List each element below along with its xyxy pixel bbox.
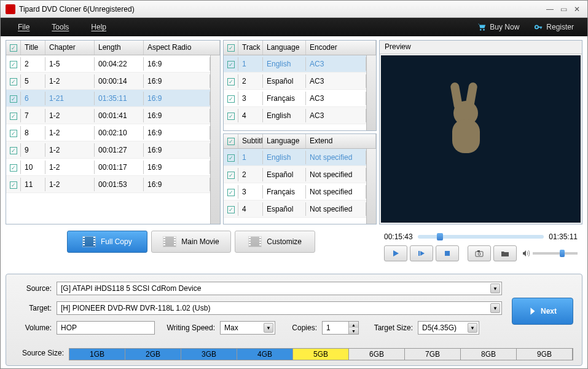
col-extend[interactable]: Extend (306, 134, 376, 148)
tracks-select-all-checkbox[interactable]: ✓ (227, 44, 235, 52)
target-size-select[interactable]: D5(4.35G) ▼ (418, 321, 479, 335)
seek-slider[interactable] (418, 235, 544, 239)
preview-video[interactable] (381, 55, 581, 223)
copies-spinner[interactable]: 1 ▲▼ (322, 321, 359, 335)
cell: Español (263, 168, 306, 181)
table-row[interactable]: ✓2EspañolAC3 (224, 73, 366, 90)
open-folder-button[interactable] (493, 245, 517, 261)
cell: Not specified (306, 185, 366, 199)
cell: 00:01:53 (95, 178, 144, 191)
col-aspect[interactable]: Aspect Radio (144, 41, 220, 55)
register-button[interactable]: Register (527, 23, 581, 31)
row-checkbox[interactable]: ✓ (227, 61, 235, 68)
row-checkbox[interactable]: ✓ (227, 78, 235, 85)
cell: 1-5 (45, 57, 95, 71)
cell: 4 (238, 202, 263, 216)
row-checkbox[interactable]: ✓ (227, 206, 235, 213)
menu-file[interactable]: File (7, 23, 41, 31)
source-size-label: Source Size: (15, 349, 64, 357)
col-track[interactable]: Track (238, 41, 263, 55)
spin-down-icon[interactable]: ▼ (349, 328, 358, 334)
source-select[interactable]: [G] ATAPI iHDS118 5 SCSI CdRom Device ▼ (57, 282, 502, 295)
table-row[interactable]: ✓101-200:01:1716:9 (6, 159, 210, 176)
subtitles-scrollbar[interactable] (366, 149, 376, 224)
film-icon (82, 236, 96, 247)
row-checkbox[interactable]: ✓ (10, 164, 17, 172)
row-checkbox[interactable]: ✓ (10, 95, 17, 103)
tracks-scrollbar[interactable] (366, 55, 376, 130)
table-row[interactable]: ✓3FrançaisNot specified (224, 183, 366, 200)
volume-slider[interactable] (533, 252, 578, 255)
row-checkbox[interactable]: ✓ (10, 130, 17, 137)
table-row[interactable]: ✓71-200:01:4116:9 (6, 107, 210, 124)
table-row[interactable]: ✓81-200:02:1016:9 (6, 124, 210, 141)
col-subtitle[interactable]: Subtitle (238, 134, 263, 148)
svg-point-0 (480, 29, 482, 31)
row-checkbox[interactable]: ✓ (227, 113, 235, 120)
target-select[interactable]: [H] PIONEER DVD-RW DVR-118L 1.02 (Usb) ▼ (57, 301, 502, 315)
col-subtitle-language[interactable]: Language (263, 134, 306, 148)
col-track-language[interactable]: Language (263, 41, 306, 55)
row-checkbox[interactable]: ✓ (10, 78, 17, 85)
copies-value: 1 (323, 322, 348, 334)
step-button[interactable] (410, 245, 433, 261)
row-checkbox[interactable]: ✓ (10, 147, 17, 154)
cell: 16:9 (144, 161, 210, 174)
cell: 2 (238, 74, 263, 88)
writing-speed-select[interactable]: Max ▼ (220, 321, 275, 335)
cell: 10 (21, 161, 45, 174)
mode-full-copy-label: Full Copy (101, 237, 132, 246)
mode-customize[interactable]: Customize (235, 231, 315, 253)
menu-tools[interactable]: Tools (41, 23, 80, 31)
next-button[interactable]: Next (512, 298, 573, 325)
table-row[interactable]: ✓111-200:01:5316:9 (6, 176, 210, 193)
table-row[interactable]: ✓21-500:04:2216:9 (6, 55, 210, 73)
row-checkbox[interactable]: ✓ (10, 113, 17, 120)
col-encoder[interactable]: Encoder (306, 41, 376, 55)
row-checkbox[interactable]: ✓ (227, 95, 235, 103)
maximize-button[interactable]: ▭ (558, 4, 569, 14)
spin-up-icon[interactable]: ▲ (349, 322, 358, 328)
mode-main-movie[interactable]: Main Movie (151, 231, 232, 253)
subtitles-select-all-checkbox[interactable]: ✓ (227, 138, 235, 145)
row-checkbox[interactable]: ✓ (227, 154, 235, 162)
col-length[interactable]: Length (95, 41, 144, 55)
snapshot-button[interactable] (468, 245, 491, 261)
table-row[interactable]: ✓2EspañolNot specified (224, 166, 366, 183)
table-row[interactable]: ✓1EnglishAC3 (224, 55, 366, 73)
select-all-checkbox[interactable]: ✓ (10, 44, 17, 52)
row-checkbox[interactable]: ✓ (227, 189, 235, 196)
cell: English (263, 109, 306, 122)
table-row[interactable]: ✓3FrançaisAC3 (224, 90, 366, 107)
volume-input[interactable]: HOP (57, 321, 155, 335)
row-checkbox[interactable]: ✓ (10, 181, 17, 189)
table-row[interactable]: ✓61-2101:35:1116:9 (6, 90, 210, 107)
close-button[interactable]: ✕ (571, 4, 582, 14)
table-row[interactable]: ✓4EspañolNot specified (224, 200, 366, 218)
svg-rect-5 (476, 252, 483, 256)
row-checkbox[interactable]: ✓ (10, 61, 17, 68)
table-row[interactable]: ✓51-200:00:1416:9 (6, 73, 210, 90)
col-title[interactable]: Title (21, 41, 45, 55)
mode-full-copy[interactable]: Full Copy (67, 231, 147, 253)
col-chapter[interactable]: Chapter (45, 41, 95, 55)
minimize-button[interactable]: — (544, 4, 555, 14)
cell: 1-2 (45, 178, 95, 191)
table-row[interactable]: ✓91-200:01:2716:9 (6, 141, 210, 159)
titles-scrollbar[interactable] (210, 55, 220, 224)
cell: 5 (21, 74, 45, 88)
writing-speed-value: Max (224, 323, 238, 332)
titlebar: Tipard DVD Cloner 6(Unregistered) — ▭ ✕ (1, 1, 587, 18)
cell: 1-2 (45, 109, 95, 122)
row-checkbox[interactable]: ✓ (227, 172, 235, 179)
play-button[interactable] (384, 245, 407, 261)
preview-panel: Preview (379, 40, 582, 224)
buy-now-button[interactable]: Buy Now (470, 23, 527, 31)
table-row[interactable]: ✓4EnglishAC3 (224, 107, 366, 124)
stop-button[interactable] (436, 245, 459, 261)
table-row[interactable]: ✓1EnglishNot specified (224, 149, 366, 166)
cell: AC3 (306, 92, 366, 105)
menu-help[interactable]: Help (80, 23, 117, 31)
cell: Español (263, 202, 306, 216)
cell: 8 (21, 126, 45, 140)
